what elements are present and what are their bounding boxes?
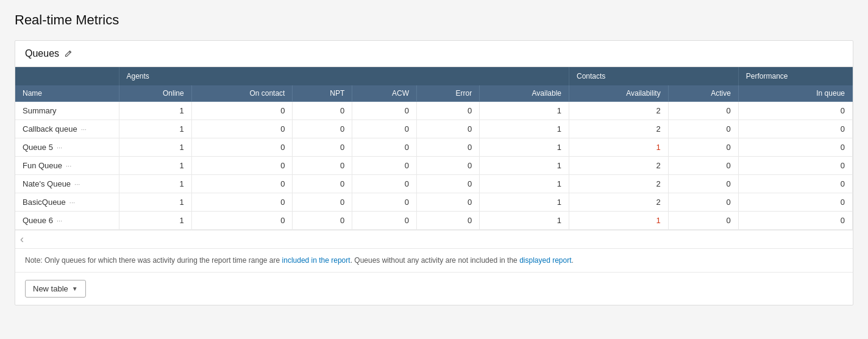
cell-active: 0 xyxy=(668,157,738,175)
cell-on-contact: 0 xyxy=(191,157,293,175)
row-menu-dots[interactable]: ··· xyxy=(57,217,62,224)
cell-acw: 0 xyxy=(352,212,417,230)
cell-active: 0 xyxy=(668,193,738,212)
table-body: Summary100001200Callback queue···1000012… xyxy=(15,102,853,230)
cell-error: 0 xyxy=(417,212,480,230)
cell-in-queue: 0 xyxy=(738,212,852,230)
row-name-text: Fun Queue xyxy=(23,161,62,170)
cell-availability: 2 xyxy=(569,193,668,212)
row-name-text: Nate's Queue xyxy=(23,179,71,188)
table-row: Queue 6···100001100 xyxy=(15,212,853,230)
page-title: Real-time Metrics xyxy=(15,12,853,28)
cell-available: 1 xyxy=(480,157,569,175)
cell-online: 1 xyxy=(119,138,191,157)
table-row: Nate's Queue···100001200 xyxy=(15,175,853,193)
cell-acw: 0 xyxy=(352,120,417,138)
cell-in-queue: 0 xyxy=(738,175,852,193)
row-name-text: BasicQueue xyxy=(23,198,66,207)
cell-name: Summary xyxy=(15,102,119,120)
col-header-row: Name Online On contact NPT ACW Error Ava… xyxy=(15,85,853,102)
cell-error: 0 xyxy=(417,102,480,120)
new-table-button[interactable]: New table ▼ xyxy=(25,280,86,298)
cell-in-queue: 0 xyxy=(738,102,852,120)
cell-active: 0 xyxy=(668,102,738,120)
table-row: Summary100001200 xyxy=(15,102,853,120)
card-title: Queues xyxy=(25,48,59,59)
metrics-card: Queues Agents Contacts Performance xyxy=(15,40,853,305)
cell-active: 0 xyxy=(668,212,738,230)
cell-available: 1 xyxy=(480,138,569,157)
note-link-included[interactable]: included in the report xyxy=(282,256,350,265)
edit-icon[interactable] xyxy=(64,49,73,58)
row-name-text: Summary xyxy=(23,106,57,115)
cell-online: 1 xyxy=(119,102,191,120)
cell-acw: 0 xyxy=(352,157,417,175)
cell-on-contact: 0 xyxy=(191,175,293,193)
group-header-performance: Performance xyxy=(738,67,852,85)
cell-online: 1 xyxy=(119,193,191,212)
scroll-hint: ‹ xyxy=(15,230,853,248)
col-header-active: Active xyxy=(668,85,738,102)
cell-available: 1 xyxy=(480,175,569,193)
cell-availability: 1 xyxy=(569,138,668,157)
cell-online: 1 xyxy=(119,120,191,138)
cell-name: Nate's Queue··· xyxy=(15,175,119,193)
cell-in-queue: 0 xyxy=(738,193,852,212)
cell-on-contact: 0 xyxy=(191,120,293,138)
note-text-after: . xyxy=(572,256,574,265)
col-header-name: Name xyxy=(15,85,119,102)
cell-in-queue: 0 xyxy=(738,138,852,157)
cell-active: 0 xyxy=(668,175,738,193)
col-header-npt: NPT xyxy=(293,85,352,102)
row-menu-dots[interactable]: ··· xyxy=(57,144,62,151)
cell-availability: 2 xyxy=(569,175,668,193)
col-header-online: Online xyxy=(119,85,191,102)
cell-available: 1 xyxy=(480,102,569,120)
cell-npt: 0 xyxy=(293,212,352,230)
group-header-contacts: Contacts xyxy=(569,67,738,85)
cell-active: 0 xyxy=(668,138,738,157)
cell-active: 0 xyxy=(668,120,738,138)
table-row: Callback queue···100001200 xyxy=(15,120,853,138)
note-text-middle: . Queues without any activity are not in… xyxy=(350,256,520,265)
cell-npt: 0 xyxy=(293,175,352,193)
cell-acw: 0 xyxy=(352,193,417,212)
cell-on-contact: 0 xyxy=(191,102,293,120)
cell-online: 1 xyxy=(119,175,191,193)
table-scroll-wrapper: Agents Contacts Performance Name Online … xyxy=(15,67,853,230)
cell-available: 1 xyxy=(480,120,569,138)
note-link-displayed[interactable]: displayed report xyxy=(519,256,571,265)
col-header-on-contact: On contact xyxy=(191,85,293,102)
metrics-table: Agents Contacts Performance Name Online … xyxy=(15,67,853,230)
row-name-text: Callback queue xyxy=(23,124,77,134)
row-menu-dots[interactable]: ··· xyxy=(69,199,75,206)
row-menu-dots[interactable]: ··· xyxy=(81,126,87,133)
cell-npt: 0 xyxy=(293,138,352,157)
cell-acw: 0 xyxy=(352,138,417,157)
cell-available: 1 xyxy=(480,193,569,212)
row-menu-dots[interactable]: ··· xyxy=(74,180,80,188)
cell-npt: 0 xyxy=(293,193,352,212)
col-header-error: Error xyxy=(417,85,480,102)
cell-error: 0 xyxy=(417,175,480,193)
new-table-label: New table xyxy=(33,284,68,293)
cell-availability: 2 xyxy=(569,120,668,138)
cell-npt: 0 xyxy=(293,120,352,138)
cell-on-contact: 0 xyxy=(191,138,293,157)
card-header: Queues xyxy=(15,41,853,67)
group-header-name xyxy=(15,67,119,85)
cell-on-contact: 0 xyxy=(191,193,293,212)
cell-name: Fun Queue··· xyxy=(15,157,119,175)
cell-availability: 2 xyxy=(569,157,668,175)
col-header-in-queue: In queue xyxy=(738,85,852,102)
cell-name: Callback queue··· xyxy=(15,120,119,138)
group-header-row: Agents Contacts Performance xyxy=(15,67,853,85)
cell-acw: 0 xyxy=(352,102,417,120)
footer-bar: New table ▼ xyxy=(15,272,853,305)
col-header-acw: ACW xyxy=(352,85,417,102)
dropdown-arrow-icon: ▼ xyxy=(72,285,78,292)
cell-availability: 1 xyxy=(569,212,668,230)
cell-in-queue: 0 xyxy=(738,157,852,175)
row-menu-dots[interactable]: ··· xyxy=(66,162,71,170)
cell-error: 0 xyxy=(417,138,480,157)
